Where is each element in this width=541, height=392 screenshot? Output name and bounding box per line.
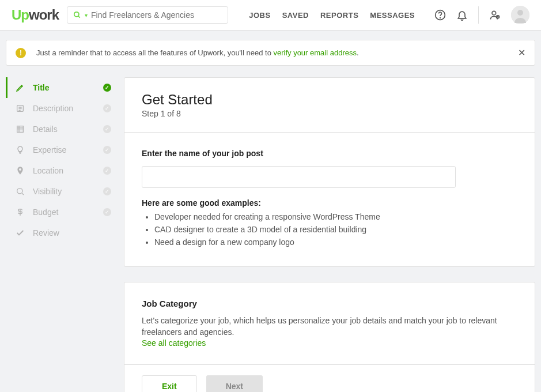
sidebar-item-label: Visibility (33, 187, 95, 196)
check-icon: ✓ (103, 187, 111, 195)
check-icon: ✓ (103, 146, 111, 154)
sidebar-item-label: Title (33, 83, 95, 92)
sidebar-item-title[interactable]: Title ✓ (6, 77, 118, 98)
sidebar-item-visibility[interactable]: Visibility ✓ (6, 181, 118, 202)
verify-email-link[interactable]: verify your email address (273, 48, 357, 57)
svg-point-3 (440, 18, 441, 18)
nav-saved[interactable]: SAVED (282, 11, 309, 20)
main-layout: Title ✓ Description ✓ Details ✓ Expertis… (0, 71, 541, 392)
example-item: CAD designer to create a 3D model of a r… (154, 225, 517, 234)
check-icon: ✓ (103, 167, 111, 175)
sidebar-item-label: Location (33, 166, 95, 175)
checkmark-icon (16, 228, 25, 238)
chevron-down-icon[interactable]: ▾ (85, 12, 88, 18)
title-card: Get Started Step 1 of 8 Enter the name o… (124, 77, 535, 267)
sidebar-item-location[interactable]: Location ✓ (6, 160, 118, 181)
svg-line-1 (78, 16, 80, 18)
nav-links: JOBS SAVED REPORTS MESSAGES (249, 11, 415, 20)
eye-icon (16, 187, 25, 196)
category-card: Job Category Let's categorize your job, … (124, 282, 535, 392)
logo-up: Up (12, 7, 29, 22)
example-item: Need a design for a new company logo (154, 238, 517, 247)
job-title-input[interactable] (142, 166, 456, 188)
step-indicator: Step 1 of 8 (142, 109, 517, 118)
banner-after: . (357, 48, 359, 57)
sidebar-item-label: Details (33, 125, 95, 134)
list-icon (16, 125, 25, 134)
check-icon: ✓ (103, 104, 111, 112)
pin-icon (16, 166, 25, 175)
email-verify-banner: ! Just a reminder that to access all the… (6, 40, 535, 66)
nav-reports[interactable]: REPORTS (320, 11, 358, 20)
next-button[interactable]: Next (206, 375, 263, 392)
search-box[interactable]: ▾ (67, 6, 228, 24)
svg-rect-9 (17, 126, 24, 133)
sidebar-item-review[interactable]: Review (6, 223, 118, 243)
sidebar-item-details[interactable]: Details ✓ (6, 119, 118, 140)
card-header: Get Started Step 1 of 8 (124, 78, 535, 133)
check-icon: ✓ (103, 208, 111, 216)
warning-icon: ! (16, 48, 26, 58)
close-icon[interactable]: ✕ (518, 47, 525, 58)
header-icons (434, 6, 529, 24)
nav-jobs[interactable]: JOBS (249, 11, 270, 20)
sidebar-item-description[interactable]: Description ✓ (6, 98, 118, 119)
search-icon (73, 11, 81, 19)
help-icon[interactable] (434, 9, 446, 21)
nav-messages[interactable]: MESSAGES (370, 11, 415, 20)
examples-list: Developer needed for creating a responsi… (142, 212, 517, 247)
svg-point-0 (74, 12, 79, 17)
see-all-categories-link[interactable]: See all categories (142, 338, 206, 348)
bell-icon[interactable] (456, 9, 468, 21)
svg-point-4 (492, 11, 496, 15)
logo-work: work (29, 7, 59, 22)
lightbulb-icon (16, 145, 25, 154)
edit-icon (16, 104, 25, 113)
sidebar-item-expertise[interactable]: Expertise ✓ (6, 140, 118, 160)
example-item: Developer needed for creating a responsi… (154, 212, 517, 221)
card-body: Job Category Let's categorize your job, … (124, 282, 535, 364)
banner-text: Just a reminder that to access all the f… (36, 48, 508, 57)
category-desc: Let's categorize your job, which helps u… (142, 315, 517, 338)
check-icon: ✓ (103, 125, 111, 133)
avatar[interactable] (511, 6, 529, 24)
action-bar: Exit Next (124, 364, 535, 392)
page-title: Get Started (142, 92, 517, 108)
banner-before: Just a reminder that to access all the f… (36, 48, 273, 57)
check-icon: ✓ (103, 84, 111, 92)
banner-container: ! Just a reminder that to access all the… (0, 31, 541, 71)
sidebar-item-label: Description (33, 104, 95, 113)
sidebar-item-budget[interactable]: Budget ✓ (6, 202, 118, 223)
user-switch-icon[interactable] (489, 9, 501, 21)
dollar-icon (16, 208, 25, 217)
svg-point-7 (517, 10, 523, 16)
examples-heading: Here are some good examples: (142, 198, 517, 208)
sidebar-item-label: Budget (33, 208, 95, 217)
top-header: Upwork ▾ JOBS SAVED REPORTS MESSAGES (0, 0, 541, 31)
sidebar-item-label: Expertise (33, 145, 95, 154)
card-body: Enter the name of your job post Here are… (124, 133, 535, 266)
main-content: Get Started Step 1 of 8 Enter the name o… (124, 77, 535, 392)
sidebar: Title ✓ Description ✓ Details ✓ Expertis… (6, 77, 118, 243)
exit-button[interactable]: Exit (142, 375, 197, 392)
separator (478, 6, 479, 24)
sidebar-item-label: Review (33, 228, 111, 238)
svg-point-10 (17, 189, 22, 194)
logo[interactable]: Upwork (12, 7, 59, 23)
pencil-icon (16, 83, 25, 92)
search-input[interactable] (91, 10, 222, 20)
category-title: Job Category (142, 299, 517, 308)
job-title-label: Enter the name of your job post (142, 149, 517, 158)
